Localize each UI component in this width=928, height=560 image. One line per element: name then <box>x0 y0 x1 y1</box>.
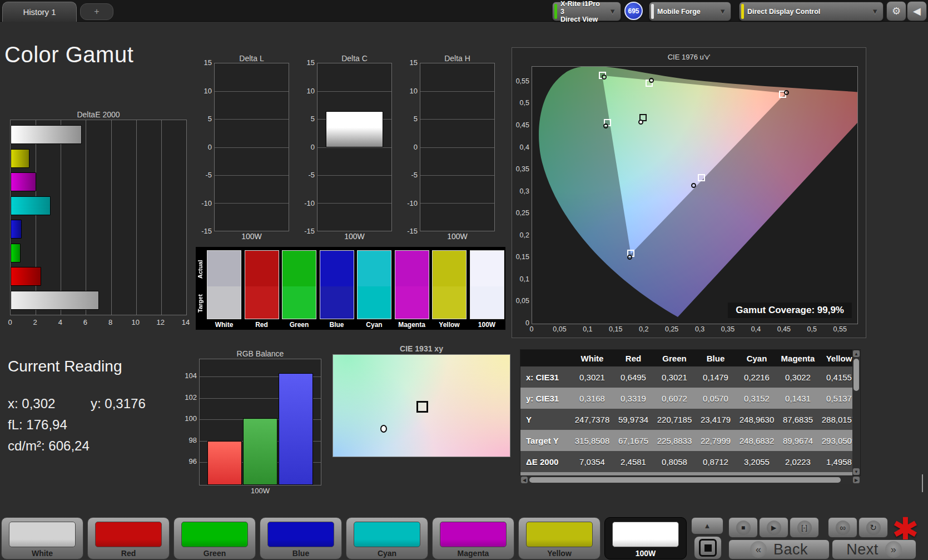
display-control-status-stripe <box>741 4 744 19</box>
pattern-swatch <box>9 522 76 547</box>
scroll-up-icon[interactable]: ▲ <box>853 350 860 357</box>
swatch-column-red: Red <box>245 250 279 329</box>
gear-icon: ⚙ <box>892 5 901 17</box>
delta_l-gridline <box>215 91 289 92</box>
table-row-y: CIE31[interactable]: y: CIE310,31680,33190,60720,05700,31520,… <box>520 388 860 409</box>
stop-icon: ■ <box>736 521 751 535</box>
row-label: ΔE ITP <box>520 472 572 476</box>
table-cell: 0,6072 <box>654 388 695 409</box>
rgb-y-tick: 102 <box>179 393 197 402</box>
table-cell: 0,8058 <box>654 451 695 472</box>
rgb-bars-host <box>200 359 321 485</box>
pattern-button-green[interactable]: Green <box>173 517 256 559</box>
cie1976-x-tick: 0,55 <box>829 325 851 333</box>
measure-series-icon: [-] <box>797 521 812 535</box>
table-header-White: White <box>572 350 613 366</box>
deltae2000-tick-label: 6 <box>77 318 93 326</box>
delta_h-title: Delta H <box>420 54 495 63</box>
cie1976-x-tick: 0,3 <box>689 325 711 333</box>
double-chevron-right-icon: » <box>885 541 902 558</box>
scroll-left-icon[interactable]: ◀ <box>521 477 528 483</box>
pattern-button-white[interactable]: White <box>1 517 83 559</box>
swatch-target <box>207 286 241 319</box>
table-row-x: CIE31[interactable]: x: CIE310,30210,64950,30210,14790,22160,… <box>520 366 860 388</box>
deltae2000-tick-label: 2 <box>27 318 43 326</box>
deltae2000-bar-yellow <box>11 149 29 168</box>
pattern-swatch <box>612 522 679 547</box>
row-label: ΔE 2000 <box>520 451 572 472</box>
delta_c-tick-label: -5 <box>297 171 315 179</box>
deltae2000-tick-label: 4 <box>52 318 68 326</box>
pattern-button-yellow[interactable]: Yellow <box>518 517 601 559</box>
table-cell: 0,3152 <box>736 388 777 409</box>
settings-button[interactable]: ⚙ <box>886 1 906 21</box>
table-cell: 89,9674 <box>777 430 818 451</box>
collapse-panel-button[interactable]: ◀ <box>907 1 927 21</box>
rgb-y-tick: 98 <box>179 436 197 444</box>
swatch-column-100w: 100W <box>470 250 504 329</box>
pattern-up-button[interactable]: ▲ <box>691 517 723 534</box>
table-cell: 247,7378 <box>572 409 613 430</box>
table-cell: 12,8940 <box>777 472 818 476</box>
refresh-button[interactable]: ↻ <box>858 517 888 538</box>
display-control-dropdown[interactable]: Direct Display Control ▼ <box>739 2 884 21</box>
horizontal-scroll-thumb[interactable] <box>529 477 841 483</box>
stop-button[interactable]: ■ <box>728 517 758 538</box>
cie1931-target-marker <box>416 401 428 413</box>
pattern-swatch <box>526 522 593 547</box>
pattern-button-blue[interactable]: Blue <box>260 517 342 559</box>
cie1976-y-tick: 0,25 <box>512 209 529 217</box>
pattern-window-button[interactable] <box>694 536 722 559</box>
rgb-bar-blue <box>279 373 313 485</box>
row-label: Target Y <box>520 430 572 451</box>
table-vertical-scrollbar[interactable]: ▲ ▼ <box>852 350 860 475</box>
measure-series-button[interactable]: [-] <box>790 517 819 538</box>
swatch-column-green: Green <box>282 250 316 329</box>
page-title: Color Gamut <box>4 42 133 67</box>
table-horizontal-scrollbar[interactable]: ◀ ▶ <box>520 476 860 484</box>
table-cell: 220,7185 <box>654 409 695 430</box>
table-row-ΔE ITP[interactable]: ΔE ITP10,480611,45304,27067,14484,634012… <box>520 472 860 476</box>
table-row-Target Y[interactable]: Target Y315,850867,1675225,883322,799924… <box>520 430 860 451</box>
deltae2000-tick-label: 10 <box>127 318 144 326</box>
back-button[interactable]: « Back <box>728 539 830 559</box>
vertical-scroll-thumb[interactable] <box>853 359 859 391</box>
pattern-button-magenta[interactable]: Magenta <box>432 517 514 559</box>
deltae2000-bar-magenta <box>11 172 36 191</box>
delta_l-chart <box>214 63 289 231</box>
cie1976-y-tick: 0,5 <box>512 99 529 107</box>
source-dropdown[interactable]: Mobile Forge ▼ <box>649 2 731 21</box>
add-tab-button[interactable]: + <box>80 3 113 20</box>
pattern-button-cyan[interactable]: Cyan <box>346 517 428 559</box>
next-button[interactable]: Next » <box>832 539 916 559</box>
delta_h-chart <box>420 63 495 231</box>
delta_h-tick-label: -5 <box>400 171 418 179</box>
table-header-corner <box>520 350 572 366</box>
swatch-actual <box>432 250 467 286</box>
table-row-ΔE 2000[interactable]: ΔE 20007,03542,45810,80580,87123,20552,0… <box>520 451 860 472</box>
delta_l-tick-label: 5 <box>194 115 212 123</box>
pattern-button-red[interactable]: Red <box>87 517 170 559</box>
delta_l-tick-label: 15 <box>194 58 212 67</box>
delta_h-gridline <box>420 91 494 92</box>
meter-count-badge[interactable]: 695 <box>624 2 643 20</box>
table-cell: 4,6340 <box>736 472 777 476</box>
continuous-measure-button[interactable]: ∞ <box>828 517 857 538</box>
cie1976-panel: CIE 1976 u'v' Gamut Coverage: 99,9% 0,55… <box>512 47 866 338</box>
measurement-table-header: WhiteRedGreenBlueCyanMagentaYellow <box>520 350 860 366</box>
scroll-right-icon[interactable]: ▶ <box>853 477 860 483</box>
swatch-column-yellow: Yellow <box>432 250 467 329</box>
delta_l-gridline <box>215 175 289 176</box>
scroll-down-icon[interactable]: ▼ <box>853 468 860 475</box>
tab-history-1[interactable]: History 1 <box>2 2 77 22</box>
gamut-coverage-readout: Gamut Coverage: 99,9% <box>728 303 852 318</box>
reading-x-value: x: 0,302 <box>8 396 55 412</box>
actual-marker-cyan <box>603 123 608 128</box>
meter-dropdown[interactable]: X-Rite i1Pro 3Direct View ▼ <box>552 2 621 21</box>
target-marker-magenta <box>698 174 705 181</box>
table-row-Y[interactable]: Y247,737859,9734220,718523,4179248,96308… <box>520 409 860 430</box>
play-button[interactable]: ▶ <box>759 517 788 538</box>
pattern-button-100w[interactable]: 100W <box>604 517 687 559</box>
table-cell: 7,0354 <box>572 451 613 472</box>
swatch-actual <box>282 250 316 286</box>
